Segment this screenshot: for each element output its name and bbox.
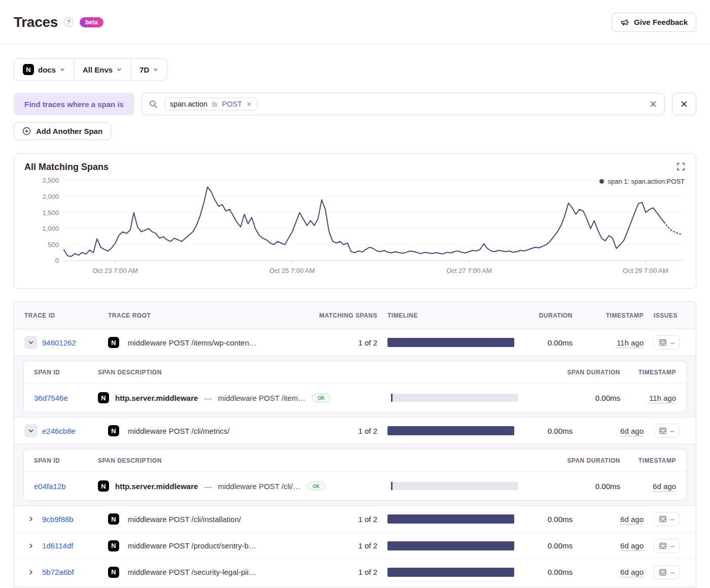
token-value: POST	[222, 100, 242, 108]
duration-cell: 0.00ms	[524, 338, 573, 347]
timestamp-link[interactable]: 6d ago	[620, 427, 644, 435]
issues-button[interactable]: –	[654, 335, 680, 350]
fullscreen-icon[interactable]	[677, 163, 685, 170]
timestamp-link[interactable]: 6d ago	[620, 515, 644, 524]
page-filter-bar: N docs All Envs 7D	[14, 58, 167, 81]
legend-series-label: span 1: span.action:POST	[608, 178, 685, 185]
chevron-down-icon	[60, 67, 65, 72]
column-header-matching-spans: MATCHING SPANS	[311, 312, 377, 319]
span-timeline-bar	[391, 394, 518, 402]
timestamp-link[interactable]: 11h ago	[617, 338, 644, 347]
span-query-row: Find traces where a span is span.action …	[14, 93, 696, 115]
matching-spans-cell: 1 of 2	[311, 541, 377, 550]
span-status-badge: ok	[307, 481, 326, 491]
timestamp-link[interactable]: 11h ago	[649, 394, 676, 402]
search-filter-token[interactable]: span.action is POST ✕	[165, 97, 257, 111]
trace-id-link[interactable]: 5b72a6bf	[42, 568, 74, 576]
svg-text:2,000: 2,000	[42, 193, 58, 200]
issues-button[interactable]: –	[654, 565, 680, 579]
project-selector[interactable]: N docs	[14, 59, 74, 80]
trace-id-link[interactable]: 1d6114df	[42, 541, 73, 550]
trace-root-cell: Nmiddleware POST /items/wp-conten…	[108, 337, 301, 348]
span-description-text: middleware POST /item…	[218, 394, 305, 402]
column-header-timeline: TIMELINE	[387, 312, 514, 319]
trace-id-cell: 1d6114df	[24, 539, 98, 552]
expand-row-button[interactable]	[24, 566, 38, 579]
span-column-header-duration: SPAN DURATION	[526, 457, 620, 464]
chart-legend[interactable]: span 1: span.action:POST	[599, 178, 685, 185]
timestamp-link[interactable]: 6d ago	[620, 568, 644, 576]
timestamp-cell: 6d ago	[583, 568, 644, 576]
issues-button[interactable]: –	[654, 512, 680, 526]
timestamp-link[interactable]: 6d ago	[653, 482, 676, 491]
timeline-cell	[387, 541, 514, 550]
trace-id-link[interactable]: e246cb8e	[42, 427, 76, 435]
span-id-link[interactable]: e04fa12b	[34, 482, 66, 491]
issues-button[interactable]: –	[654, 539, 680, 553]
collapse-row-button[interactable]	[24, 336, 38, 349]
expand-row-button[interactable]	[24, 539, 38, 552]
trace-root-cell: Nmiddleware POST /product/sentry-b…	[108, 540, 301, 551]
issues-button[interactable]: –	[654, 424, 680, 438]
timeline-bar	[387, 514, 514, 524]
token-key: span.action	[170, 100, 207, 108]
environment-selector[interactable]: All Envs	[74, 59, 130, 80]
clear-search-icon[interactable]: ✕	[649, 99, 657, 109]
trace-root-text: middleware POST /cli/installation/	[128, 515, 241, 524]
span-timeline-cell	[391, 394, 518, 402]
span-column-header-timestamp: TIMESTAMP	[628, 457, 676, 464]
issues-inbox-icon	[659, 338, 667, 347]
no-issues-dash: –	[670, 515, 674, 523]
token-operator: is	[212, 100, 217, 108]
no-issues-dash: –	[670, 568, 674, 576]
spans-line-chart: 05001,0001,5002,0002,500Oct 23 7:00 AMOc…	[24, 175, 686, 279]
issues-cell: –	[654, 512, 686, 526]
duration-cell: 0.00ms	[524, 541, 573, 550]
spans-subtable-header: SPAN IDSPAN DESCRIPTIONSPAN DURATIONTIME…	[24, 449, 686, 472]
trace-root-cell: Nmiddleware POST /cli/installation/	[108, 513, 301, 525]
help-icon[interactable]: ?	[64, 17, 74, 27]
chevron-down-icon	[153, 67, 158, 72]
table-row: 9cb9f88bNmiddleware POST /cli/installati…	[14, 506, 696, 532]
duration-cell: 0.00ms	[524, 515, 573, 524]
description-separator: —	[204, 394, 211, 402]
expand-row-button[interactable]	[24, 512, 38, 526]
span-id-cell: e04fa12b	[34, 482, 90, 491]
nextjs-project-icon: N	[98, 480, 109, 492]
remove-query-row-button[interactable]: ✕	[672, 93, 696, 115]
svg-text:Oct 29 7:00 AM: Oct 29 7:00 AM	[623, 267, 668, 274]
span-operation: http.server.middleware	[115, 482, 198, 491]
timestamp-cell: 6d ago	[583, 515, 644, 524]
nextjs-project-icon: N	[98, 392, 109, 403]
add-another-span-button[interactable]: Add Another Span	[14, 122, 111, 140]
timestamp-link[interactable]: 6d ago	[620, 541, 644, 550]
span-search-input[interactable]: span.action is POST ✕ ✕	[141, 93, 665, 115]
trace-id-link[interactable]: 9cb9f88b	[42, 515, 74, 524]
span-duration-cell: 0.00ms	[526, 394, 620, 402]
trace-id-cell: 5b72a6bf	[24, 566, 98, 579]
legend-series-dot	[599, 179, 604, 184]
span-column-header-description: SPAN DESCRIPTION	[98, 369, 383, 376]
date-range-selector[interactable]: 7D	[130, 59, 167, 80]
table-row: e246cb8eNmiddleware POST /cli/metrics/1 …	[14, 418, 696, 444]
issues-inbox-icon	[659, 515, 667, 523]
timeline-cell	[387, 568, 514, 577]
span-id-link[interactable]: 36d7546e	[34, 394, 68, 402]
collapse-row-button[interactable]	[24, 424, 38, 437]
circled-plus-icon	[22, 127, 31, 135]
chart-title: All Matching Spans	[24, 162, 686, 172]
svg-text:1,000: 1,000	[42, 225, 58, 232]
matching-spans-cell: 1 of 2	[311, 427, 377, 435]
nextjs-project-icon: N	[108, 540, 119, 551]
nextjs-project-icon: N	[23, 64, 34, 75]
issues-cell: –	[654, 335, 686, 350]
table-row: 94601262Nmiddleware POST /items/wp-conte…	[14, 329, 696, 356]
trace-id-link[interactable]: 94601262	[42, 338, 76, 347]
beta-badge: beta	[80, 17, 103, 27]
remove-token-icon[interactable]: ✕	[246, 100, 252, 108]
table-row: 1d6114dfNmiddleware POST /product/sentry…	[14, 532, 696, 559]
svg-text:2,500: 2,500	[42, 177, 58, 184]
give-feedback-button[interactable]: Give Feedback	[612, 13, 696, 32]
trace-root-text: middleware POST /product/sentry-b…	[128, 541, 256, 550]
issues-cell: –	[654, 539, 686, 553]
